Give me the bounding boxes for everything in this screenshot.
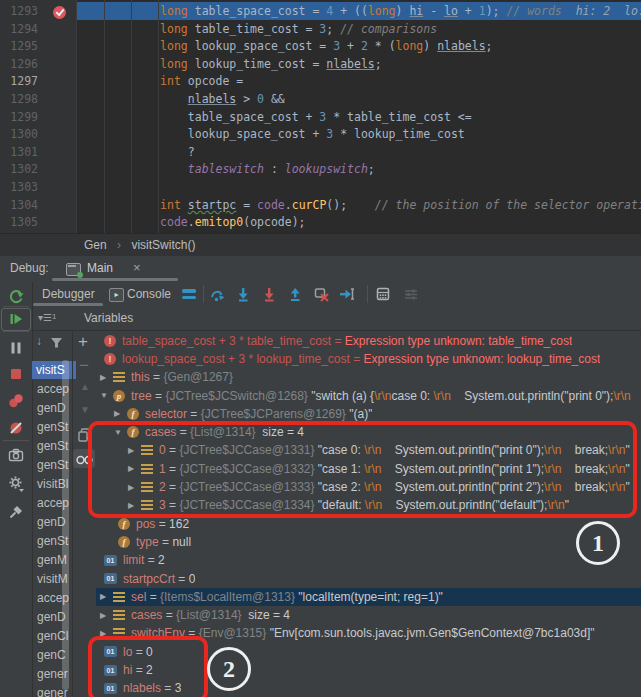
token-name: startpcCrt — [123, 572, 175, 586]
panel-splitter[interactable] — [72, 330, 73, 697]
code-line[interactable]: lookup_space_cost + 3 * lookup_time_cost — [77, 126, 641, 144]
editor-gutter[interactable]: 1293129412951296129712981299130013011302… — [0, 0, 77, 233]
code-editor[interactable]: 1293129412951296129712981299130013011302… — [0, 0, 641, 233]
frames-scrollbar[interactable] — [62, 360, 69, 690]
variable-row[interactable]: ▶sel = {Items$LocalItem@1313} "localItem… — [96, 588, 641, 606]
token-eq: = — [162, 608, 176, 622]
collapse-arrow-icon[interactable]: ▼ — [100, 391, 113, 400]
frame-item[interactable]: accep — [33, 589, 76, 607]
force-step-into-button[interactable] — [261, 286, 277, 302]
pause-button[interactable] — [7, 339, 25, 357]
variable-row[interactable]: startpcCrt = 0 — [96, 569, 641, 587]
frame-item[interactable]: accep — [33, 494, 76, 512]
frame-item[interactable]: accep — [33, 380, 76, 398]
token-esc: \r\n — [613, 389, 630, 403]
session-tab-main[interactable]: Main — [87, 261, 113, 275]
frame-item[interactable]: genSt — [33, 437, 76, 455]
pin-icon[interactable] — [7, 503, 25, 521]
variable-row[interactable]: type = null — [96, 533, 641, 551]
code-line[interactable] — [77, 179, 641, 197]
parameter-icon — [113, 390, 125, 402]
expand-arrow-icon[interactable]: ▶ — [100, 592, 113, 601]
threads-dropdown[interactable]: ▾☰1 — [38, 312, 56, 323]
frame-item[interactable]: genC — [33, 646, 76, 664]
annotation-box-locals — [88, 636, 208, 697]
code-line[interactable]: table_space_cost + 3 * table_time_cost <… — [77, 109, 641, 127]
token-pl: table_space_cost = — [188, 4, 326, 18]
code-line[interactable]: long table_space_cost = 4 + ((long) hi -… — [77, 3, 641, 21]
view-breakpoints-button[interactable] — [7, 392, 25, 410]
move-watch-down-button[interactable]: ▼ — [80, 404, 90, 415]
evaluate-expression-button[interactable] — [375, 286, 391, 302]
token-pl: = — [236, 198, 257, 212]
frame-item[interactable]: genSt — [33, 418, 76, 436]
token-pl: ) — [423, 39, 437, 53]
frame-item[interactable]: genM — [33, 551, 76, 569]
step-out-button[interactable] — [287, 286, 303, 302]
expand-arrow-icon[interactable]: ▶ — [100, 611, 113, 620]
camera-thread-dump-icon[interactable] — [7, 446, 25, 464]
frame-item[interactable]: genD — [33, 399, 76, 417]
code-line[interactable]: code.emitop0(opcode); — [77, 214, 641, 232]
code-line[interactable]: int startpc = code.curCP(); // the posit… — [77, 197, 641, 215]
settings-gear-icon[interactable] — [7, 474, 25, 492]
mute-breakpoints-button[interactable] — [7, 419, 25, 437]
frames-filter-icon[interactable] — [50, 336, 63, 349]
code-line[interactable]: int opcode = — [77, 73, 641, 91]
frame-item[interactable]: visitM — [33, 570, 76, 588]
frame-item[interactable]: genD — [33, 608, 76, 626]
variable-text: table_space_cost + 3 * table_time_cost =… — [122, 334, 572, 348]
debug-label: Debug: — [10, 261, 49, 275]
code-line[interactable]: long table_time_cost = 3; // comparisons — [77, 21, 641, 39]
breakpoint-icon[interactable] — [53, 6, 66, 19]
variable-row[interactable]: lookup_space_cost + 3 * lookup_time_cost… — [96, 350, 641, 368]
code-line[interactable]: ? — [77, 144, 641, 162]
close-icon[interactable]: × — [133, 260, 141, 275]
tab-console[interactable]: Console — [127, 287, 171, 301]
code-line[interactable]: long lookup_space_cost = 3 + 2 * (long) … — [77, 38, 641, 56]
primitive-icon — [104, 555, 117, 566]
tab-debugger[interactable]: Debugger — [42, 287, 95, 301]
stop-button[interactable] — [7, 365, 25, 383]
token-pl: : — [264, 162, 285, 176]
step-over-button[interactable] — [209, 286, 225, 302]
variable-row[interactable]: table_space_cost + 3 * table_time_cost =… — [96, 332, 641, 350]
code-line[interactable]: nlabels > 0 && — [77, 91, 641, 109]
line-number: 1305 — [0, 214, 38, 232]
variable-row[interactable]: ▶this = {Gen@1267} — [96, 368, 641, 386]
frame-item[interactable]: genCl — [33, 627, 76, 645]
frame-item[interactable]: visitS — [32, 361, 76, 379]
ide-debug-window: 1293129412951296129712981299130013011302… — [0, 0, 641, 697]
move-watch-up-button[interactable]: ▲ — [80, 381, 90, 392]
expand-arrow-icon[interactable]: ▶ — [100, 373, 113, 382]
frames-sort-icon[interactable]: ↓ — [36, 334, 42, 348]
breadcrumb-class[interactable]: Gen — [84, 238, 107, 252]
breadcrumb-method[interactable]: visitSwitch() — [131, 238, 195, 252]
resume-button[interactable] — [7, 310, 25, 328]
rerun-button[interactable] — [7, 288, 25, 306]
frame-item[interactable]: visitBl — [33, 475, 76, 493]
run-to-cursor-button[interactable] — [339, 286, 355, 302]
frame-item[interactable]: genSt — [33, 456, 76, 474]
variable-row[interactable]: ▼tree = {JCTree$JCSwitch@1268} "switch (… — [96, 386, 641, 404]
toolbar-separator — [3, 331, 29, 332]
expand-arrow-icon[interactable]: ▶ — [114, 409, 127, 418]
layout-menu-icon[interactable] — [182, 289, 196, 300]
frame-item[interactable]: gener — [33, 684, 76, 697]
variable-row[interactable]: limit = 2 — [96, 551, 641, 569]
token-name: limit — [123, 553, 144, 567]
token-ref: {JCTree$JCSwitch@1268} — [165, 389, 311, 403]
frame-item[interactable]: genSt — [33, 532, 76, 550]
frame-item[interactable]: gener — [33, 665, 76, 683]
settings-sliders-icon[interactable] — [403, 286, 419, 302]
code-line[interactable]: tableswitch : lookupswitch; — [77, 161, 641, 179]
primitive-icon — [104, 573, 117, 584]
frame-item[interactable]: genD — [33, 513, 76, 531]
token-eq: = — [155, 517, 169, 531]
step-into-button[interactable] — [235, 286, 251, 302]
drop-frame-button[interactable] — [313, 286, 329, 302]
variable-row[interactable]: ▶cases = {List@1314} size = 4 — [96, 606, 641, 624]
code-line[interactable]: long lookup_time_cost = nlabels; — [77, 56, 641, 74]
add-watch-button[interactable]: + — [78, 332, 88, 352]
remove-watch-button[interactable]: − — [79, 356, 89, 376]
